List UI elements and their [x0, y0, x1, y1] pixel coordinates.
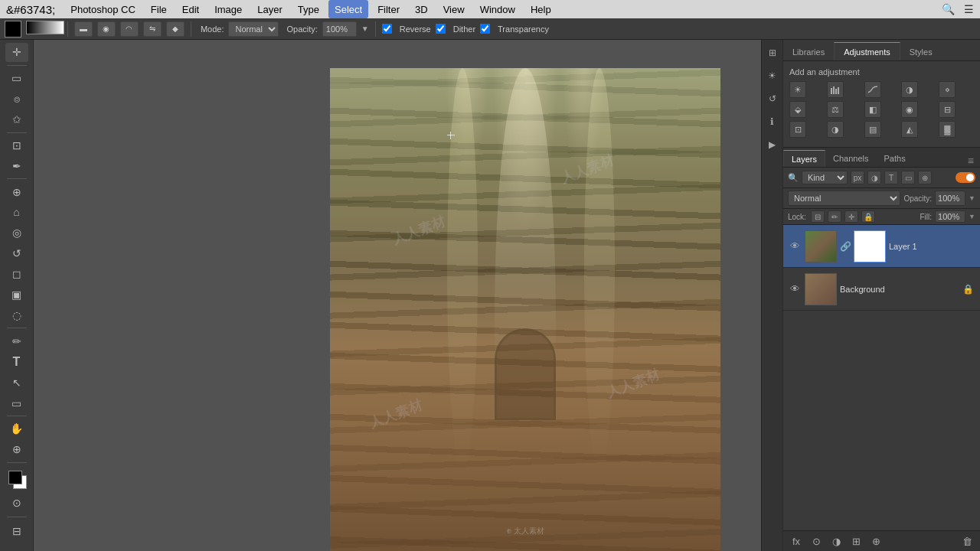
- filter-toggle[interactable]: [956, 172, 975, 183]
- brush-tool[interactable]: ⌂: [5, 203, 28, 222]
- layer-kind-select[interactable]: Kind: [802, 171, 848, 184]
- opacity-arrow[interactable]: ▼: [361, 24, 369, 33]
- type-tool[interactable]: T: [5, 352, 28, 371]
- zoom-tool[interactable]: ⊕: [5, 440, 28, 459]
- eyedropper-tool[interactable]: ✒: [5, 156, 28, 175]
- lock-all-btn[interactable]: 🔒: [861, 210, 875, 223]
- layer-visibility-toggle[interactable]: 👁: [788, 240, 802, 253]
- menu-help[interactable]: Help: [524, 0, 557, 18]
- layer-name[interactable]: Layer 1: [889, 242, 975, 251]
- color-lookup-icon[interactable]: ⊡: [789, 121, 806, 138]
- lasso-tool[interactable]: ⌾: [5, 90, 28, 109]
- mode-select[interactable]: Normal: [228, 21, 279, 37]
- menu-icon[interactable]: ☰: [964, 3, 974, 15]
- exposure-icon[interactable]: ◑: [901, 81, 918, 98]
- gradient-map-icon[interactable]: ▓: [939, 121, 956, 138]
- canvas-area[interactable]: 人人素材 人人素材 人人素材 人人素材 ⊕ 太人素材: [34, 40, 782, 551]
- dither-checkbox[interactable]: [436, 24, 446, 34]
- menu-view[interactable]: View: [437, 0, 471, 18]
- diamond-gradient-btn[interactable]: ◆: [166, 21, 185, 37]
- menu-edit[interactable]: Edit: [176, 0, 205, 18]
- blend-mode-select[interactable]: Normal: [788, 191, 900, 206]
- channel-mixer-icon[interactable]: ⊟: [939, 101, 956, 118]
- linear-gradient-btn[interactable]: ▬: [74, 21, 93, 37]
- pixel-filter-btn[interactable]: px: [851, 171, 864, 184]
- bw-icon[interactable]: ◧: [864, 101, 881, 118]
- dodge-tool[interactable]: ◌: [5, 306, 28, 325]
- reverse-checkbox[interactable]: [382, 24, 392, 34]
- paths-tab[interactable]: Paths: [877, 150, 913, 167]
- crop-tool[interactable]: ⊡: [5, 135, 28, 155]
- foreground-swatch[interactable]: [5, 21, 21, 37]
- color-balance-icon[interactable]: ⚖: [827, 101, 844, 118]
- menu-photoshop[interactable]: Photoshop CC: [64, 0, 142, 18]
- hand-tool[interactable]: ✋: [5, 419, 28, 439]
- layer-visibility-toggle[interactable]: 👁: [788, 282, 802, 296]
- photo-filter-icon[interactable]: ◉: [901, 101, 918, 118]
- channels-tab[interactable]: Channels: [825, 150, 876, 167]
- libraries-panel-btn[interactable]: ⊞: [763, 43, 782, 63]
- angle-gradient-btn[interactable]: ◠: [120, 21, 139, 37]
- transparency-checkbox[interactable]: [480, 24, 490, 34]
- history-brush-tool[interactable]: ↺: [5, 244, 28, 263]
- brightness-contrast-icon[interactable]: ☀: [789, 81, 806, 98]
- shape-filter-btn[interactable]: ▭: [901, 171, 915, 184]
- menu-type[interactable]: Type: [292, 0, 325, 18]
- gradient-tool[interactable]: ▣: [5, 285, 28, 305]
- table-row[interactable]: 👁 Background 🔒: [783, 268, 980, 311]
- healing-brush-tool[interactable]: ⊕: [5, 182, 28, 201]
- invert-icon[interactable]: ◑: [827, 121, 844, 138]
- delete-layer-icon[interactable]: 🗑: [959, 534, 975, 548]
- layers-tab[interactable]: Layers: [783, 150, 825, 167]
- table-row[interactable]: 👁 🔗 Layer 1: [783, 225, 980, 268]
- menu-select[interactable]: Select: [328, 0, 368, 18]
- search-icon[interactable]: 🔍: [942, 3, 955, 15]
- eraser-tool[interactable]: ◻: [5, 265, 28, 284]
- menu-image[interactable]: Image: [208, 0, 248, 18]
- layers-panel-menu[interactable]: ≡: [962, 155, 980, 167]
- new-adjustment-icon[interactable]: ◑: [828, 534, 844, 548]
- adjustments-panel-btn[interactable]: ☀: [763, 66, 782, 86]
- layer-link-icon[interactable]: 🔗: [840, 241, 851, 252]
- gradient-preview[interactable]: [26, 21, 64, 34]
- libraries-tab[interactable]: Libraries: [783, 42, 834, 60]
- quick-select-tool[interactable]: ✩: [5, 110, 28, 129]
- move-tool[interactable]: ✛: [5, 43, 28, 62]
- info-panel-btn[interactable]: ℹ: [763, 112, 782, 132]
- clone-stamp-tool[interactable]: ◎: [5, 223, 28, 243]
- fx-icon[interactable]: fx: [788, 534, 805, 548]
- styles-tab[interactable]: Styles: [900, 42, 942, 60]
- actions-panel-btn[interactable]: ▶: [763, 135, 782, 155]
- reflected-gradient-btn[interactable]: ⇋: [143, 21, 162, 37]
- radial-gradient-btn[interactable]: ◉: [97, 21, 116, 37]
- adjustment-filter-btn[interactable]: ◑: [867, 171, 881, 184]
- opacity-dropdown-arrow[interactable]: ▼: [969, 194, 975, 202]
- foreground-color[interactable]: [8, 471, 22, 484]
- path-selection-tool[interactable]: ↖: [5, 373, 28, 392]
- menu-3d[interactable]: 3D: [409, 0, 434, 18]
- marquee-tool[interactable]: ▭: [5, 69, 28, 88]
- fill-dropdown-arrow[interactable]: ▼: [969, 213, 975, 220]
- history-panel-btn[interactable]: ↺: [763, 89, 782, 109]
- menu-layer[interactable]: Layer: [251, 0, 289, 18]
- new-layer-icon[interactable]: ⊕: [867, 534, 884, 548]
- pen-tool[interactable]: ✏: [5, 331, 28, 350]
- hsl-icon[interactable]: ⬙: [789, 101, 806, 118]
- group-icon[interactable]: ⊞: [848, 534, 864, 548]
- lock-pixels-btn[interactable]: ✏: [828, 210, 841, 223]
- levels-icon[interactable]: [827, 81, 844, 98]
- menu-filter[interactable]: Filter: [371, 0, 406, 18]
- shape-tool[interactable]: ▭: [5, 393, 28, 412]
- screen-mode-btn[interactable]: ⊟: [5, 520, 28, 542]
- adjustments-tab[interactable]: Adjustments: [834, 42, 900, 60]
- vibrance-icon[interactable]: ⋄: [939, 81, 956, 98]
- menu-file[interactable]: File: [145, 0, 173, 18]
- layer-name[interactable]: Background: [840, 285, 959, 294]
- add-mask-icon[interactable]: ⊙: [808, 534, 825, 548]
- fill-value-input[interactable]: [935, 210, 965, 223]
- apple-menu[interactable]: &#63743;: [6, 3, 55, 16]
- smart-filter-btn[interactable]: ⊕: [918, 171, 932, 184]
- opacity-input[interactable]: [322, 21, 357, 37]
- type-filter-btn[interactable]: T: [884, 171, 898, 184]
- opacity-value-input[interactable]: [935, 191, 965, 206]
